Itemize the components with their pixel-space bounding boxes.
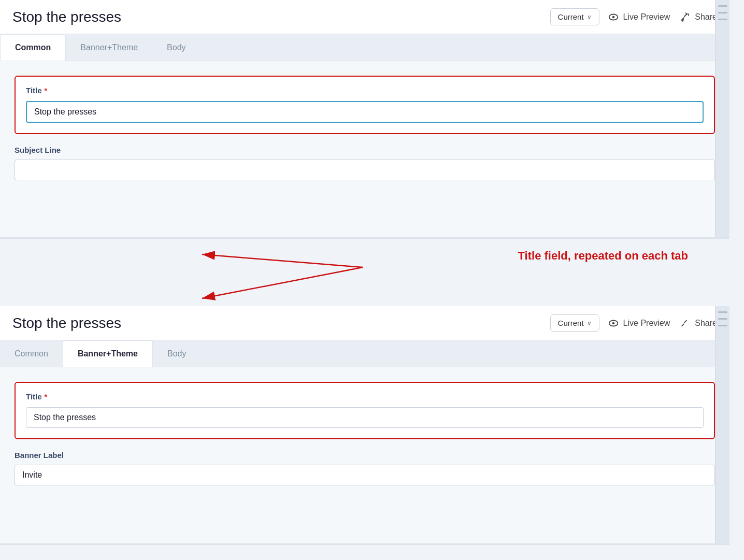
sidebar-line [718,311,727,313]
svg-point-1 [612,16,614,18]
title-label-2: Title * [26,392,704,401]
share-button-1[interactable]: Share [680,12,717,22]
banner-label-section: Banner Label [15,451,715,485]
title-input-2[interactable] [26,407,704,428]
sidebar-line [718,12,727,13]
required-star-1: * [45,86,48,95]
panel-1: Stop the presses Current ∨ Live Preview [0,0,729,239]
share-icon-2 [680,318,691,328]
version-dropdown-1[interactable]: Current ∨ [550,8,599,25]
title-field-card-2: Title * [15,382,715,439]
svg-line-4 [202,254,363,267]
annotation-text: Title field, repeated on each tab [518,249,688,263]
sidebar-line [718,19,727,20]
tab-banner-theme-1[interactable]: Banner+Theme [66,34,152,61]
eye-icon-1 [608,11,619,23]
panel-1-header: Stop the presses Current ∨ Live Preview [0,0,729,34]
live-preview-label-1: Live Preview [623,12,670,22]
panel-2-content: Title * Banner Label [0,367,729,543]
tab-common-1[interactable]: Common [0,34,66,61]
live-preview-label-2: Live Preview [623,319,670,328]
annotation-area: Title field, repeated on each tab [0,239,729,306]
tabs-bar-1: Common Banner+Theme Body [0,34,729,61]
panel-2-header: Stop the presses Current ∨ Live Preview [0,306,729,340]
version-dropdown-2[interactable]: Current ∨ [550,314,599,332]
version-label-2: Current [558,319,584,327]
live-preview-button-2[interactable]: Live Preview [608,318,670,329]
chevron-down-icon-2: ∨ [587,320,592,327]
title-input-1[interactable] [26,101,704,123]
sidebar-line [718,318,727,320]
live-preview-button-1[interactable]: Live Preview [608,11,670,23]
tab-banner-theme-2[interactable]: Banner+Theme [63,340,153,367]
required-star-2: * [45,392,48,401]
title-label-1: Title * [26,86,704,95]
share-icon-1 [680,12,691,22]
sidebar-line [718,5,727,7]
version-label-1: Current [558,12,584,21]
header-actions-2: Live Preview Share [608,318,717,329]
panel-2: Stop the presses Current ∨ Live Preview [0,306,729,545]
page-title-2: Stop the presses [12,315,542,332]
title-field-card-1: Title * [15,76,715,134]
right-sidebar-1 [715,0,729,237]
share-label-1: Share [695,12,717,22]
tab-common-2[interactable]: Common [0,340,63,367]
banner-label-label: Banner Label [15,451,715,460]
subject-line-section: Subject Line [15,146,715,180]
svg-line-5 [202,267,363,298]
share-button-2[interactable]: Share [680,318,717,328]
header-actions-1: Live Preview Share [608,11,717,23]
tab-body-1[interactable]: Body [152,34,200,61]
chevron-down-icon-1: ∨ [587,13,592,21]
tab-body-2[interactable]: Body [153,340,201,367]
share-label-2: Share [695,319,717,328]
subject-line-input[interactable] [15,160,715,180]
banner-label-input[interactable] [15,465,715,485]
eye-icon-2 [608,318,619,329]
subject-line-label: Subject Line [15,146,715,154]
svg-point-7 [612,322,614,324]
sidebar-line [718,325,727,326]
panel-1-content: Title * Subject Line [0,61,729,237]
right-sidebar-2 [715,306,729,543]
page-title-1: Stop the presses [12,9,542,25]
tabs-bar-2: Common Banner+Theme Body [0,340,729,367]
